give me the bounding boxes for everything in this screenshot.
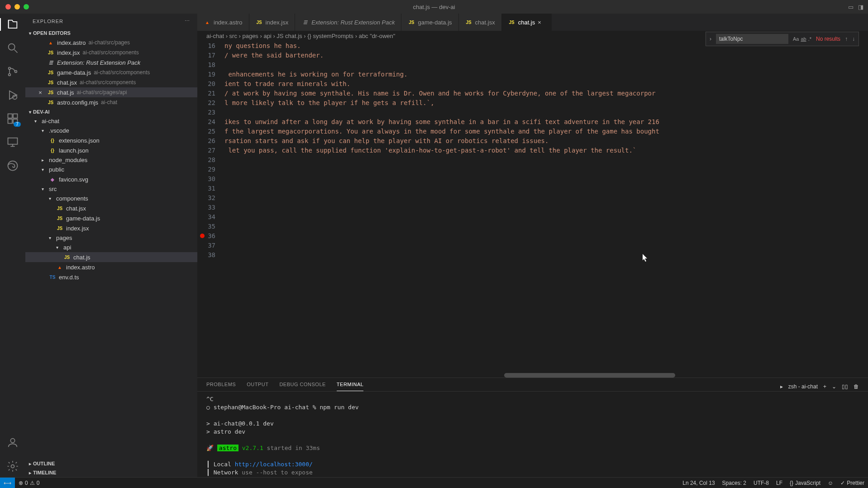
find-prev-icon[interactable]: ↑ bbox=[845, 36, 848, 42]
outline-label: OUTLINE bbox=[33, 461, 55, 466]
close-window-icon[interactable] bbox=[5, 4, 11, 10]
terminal-shell-icon[interactable]: ▸ bbox=[780, 383, 783, 390]
folder-item[interactable]: ▾pages bbox=[25, 233, 197, 243]
code-content[interactable]: ny questions he has./ were the said bart… bbox=[224, 41, 868, 378]
split-terminal-icon[interactable]: ▯▯ bbox=[842, 383, 848, 390]
status-problems[interactable]: ⊗0 ⚠0 bbox=[15, 480, 43, 486]
folder-item[interactable]: ▾api bbox=[25, 243, 197, 252]
regex-icon[interactable]: .* bbox=[808, 36, 811, 42]
js-icon: JS bbox=[47, 99, 54, 106]
extensions-icon[interactable]: 7 bbox=[6, 112, 19, 125]
file-item[interactable]: JSgame-data.js bbox=[25, 213, 197, 223]
astro-icon: ▲ bbox=[56, 263, 63, 271]
open-editors-header[interactable]: ▾ OPEN EDITORS bbox=[25, 29, 197, 38]
minimize-window-icon[interactable] bbox=[14, 4, 20, 10]
panel-layout-icon[interactable]: ▭ bbox=[848, 4, 854, 10]
tab-index-jsx[interactable]: JSindex.jsx bbox=[249, 14, 296, 31]
line-gutter[interactable]: 1617181920212223242526272829303132333435… bbox=[197, 41, 224, 378]
outline-header[interactable]: ▸ OUTLINE bbox=[25, 459, 197, 468]
chevron-down-icon: ▾ bbox=[49, 196, 54, 201]
folder-item[interactable]: ▾.vscode bbox=[25, 126, 197, 135]
terminal-output[interactable]: ^C○ stephan@MacBook-Pro ai-chat % npm ru… bbox=[197, 392, 868, 480]
code-editor[interactable]: 1617181920212223242526272829303132333435… bbox=[197, 41, 868, 378]
explorer-icon[interactable] bbox=[6, 18, 19, 31]
open-editor-item[interactable]: JS astro.config.mjs ai-chat bbox=[25, 97, 197, 107]
open-editor-item[interactable]: JS chat.jsx ai-chat/src/components bbox=[25, 77, 197, 87]
panel-tab-terminal[interactable]: TERMINAL bbox=[337, 382, 364, 391]
close-icon[interactable]: × bbox=[36, 89, 44, 96]
file-item[interactable]: JSindex.jsx bbox=[25, 223, 197, 233]
file-item[interactable]: JSchat.jsx bbox=[25, 203, 197, 213]
js-icon: JS bbox=[56, 215, 63, 222]
find-next-icon[interactable]: ↓ bbox=[852, 36, 855, 42]
sidebar-layout-icon[interactable]: ◨ bbox=[858, 4, 863, 10]
folder-item[interactable]: ▾src bbox=[25, 184, 197, 194]
settings-gear-icon[interactable] bbox=[6, 460, 19, 473]
panel-tab-debug-console[interactable]: DEBUG CONSOLE bbox=[279, 382, 325, 391]
sidebar-more-icon[interactable]: ⋯ bbox=[185, 18, 190, 24]
panel-tab-problems[interactable]: PROBLEMS bbox=[206, 382, 236, 391]
file-item[interactable]: JSchat.js bbox=[25, 252, 197, 262]
status-language[interactable]: {} JavaScript bbox=[786, 480, 824, 486]
terminal-label[interactable]: zsh - ai-chat bbox=[788, 383, 818, 390]
status-prettier[interactable]: ✓ Prettier bbox=[837, 480, 868, 486]
kill-terminal-icon[interactable]: 🗑 bbox=[854, 383, 859, 390]
status-spaces[interactable]: Spaces: 2 bbox=[719, 480, 750, 486]
file-item[interactable]: TSenv.d.ts bbox=[25, 272, 197, 282]
remote-explorer-icon[interactable] bbox=[6, 136, 19, 148]
match-word-icon[interactable]: ab bbox=[801, 36, 806, 42]
source-control-icon[interactable] bbox=[6, 65, 19, 78]
account-icon[interactable] bbox=[6, 436, 19, 449]
status-cursor[interactable]: Ln 24, Col 13 bbox=[679, 480, 718, 486]
remote-indicator[interactable]: ⟷ bbox=[0, 478, 15, 488]
terminal-dropdown-icon[interactable]: ⌄ bbox=[832, 383, 836, 390]
folder-item[interactable]: ▸node_modules bbox=[25, 155, 197, 165]
open-editor-item[interactable]: JS index.jsx ai-chat/src/components bbox=[25, 48, 197, 57]
open-editor-item[interactable]: ▲ index.astro ai-chat/src/pages bbox=[25, 38, 197, 48]
svg-rect-5 bbox=[8, 114, 12, 118]
file-item[interactable]: ▲index.astro bbox=[25, 262, 197, 272]
horizontal-scrollbar[interactable] bbox=[504, 373, 675, 378]
folder-item[interactable]: ▾ai-chat bbox=[25, 116, 197, 126]
close-icon[interactable]: × bbox=[538, 19, 545, 26]
astro-icon: ▲ bbox=[47, 39, 54, 46]
folder-item[interactable]: ▾public bbox=[25, 165, 197, 174]
match-case-icon[interactable]: Aa bbox=[793, 36, 799, 42]
file-item[interactable]: {}extensions.json bbox=[25, 135, 197, 145]
workspace-header[interactable]: ▾ DEV-AI bbox=[25, 107, 197, 116]
folder-name: pages bbox=[56, 234, 72, 241]
breadcrumbs[interactable]: ai-chat › src › pages › api › JS chat.js… bbox=[197, 31, 868, 41]
tab-chat-jsx[interactable]: JSchat.jsx bbox=[459, 14, 502, 31]
file-name: chat.js bbox=[57, 89, 74, 96]
status-feedback-icon[interactable]: ☺ bbox=[824, 480, 837, 486]
status-eol[interactable]: LF bbox=[773, 480, 786, 486]
search-icon[interactable] bbox=[6, 42, 19, 54]
error-icon: ⊗ bbox=[19, 480, 23, 486]
chevron-right-icon[interactable]: › bbox=[710, 36, 711, 42]
file-name: extensions.json bbox=[59, 137, 100, 144]
tab-chat-js[interactable]: JSchat.js× bbox=[502, 14, 552, 31]
find-input[interactable] bbox=[716, 34, 788, 44]
file-name: game-data.js bbox=[57, 69, 91, 76]
folder-name: node_modules bbox=[49, 157, 87, 163]
file-item[interactable]: ◆favicon.svg bbox=[25, 174, 197, 184]
edge-icon[interactable] bbox=[6, 159, 19, 172]
folder-item[interactable]: ▾components bbox=[25, 194, 197, 203]
open-editor-item[interactable]: ☰ Extension: Rust Extension Pack bbox=[25, 57, 197, 67]
maximize-window-icon[interactable] bbox=[24, 4, 29, 10]
run-debug-icon[interactable] bbox=[6, 89, 19, 101]
status-encoding[interactable]: UTF-8 bbox=[750, 480, 773, 486]
open-editor-item[interactable]: × JS chat.js ai-chat/src/pages/api bbox=[25, 87, 197, 97]
file-tree: ▾ai-chat ▾.vscode {}extensions.json {}la… bbox=[25, 116, 197, 282]
layout-controls: ▭ ◨ bbox=[848, 4, 863, 10]
file-item[interactable]: {}launch.json bbox=[25, 145, 197, 155]
tab-game-data[interactable]: JSgame-data.js bbox=[401, 14, 458, 31]
new-terminal-icon[interactable]: + bbox=[823, 383, 826, 390]
panel-tab-output[interactable]: OUTPUT bbox=[247, 382, 268, 391]
tab-index-astro[interactable]: ▲index.astro bbox=[197, 14, 249, 31]
tab-extension[interactable]: ☰Extension: Rust Extension Pack bbox=[295, 14, 401, 31]
timeline-header[interactable]: ▸ TIMELINE bbox=[25, 468, 197, 477]
svg-point-12 bbox=[11, 465, 14, 468]
folder-name: .vscode bbox=[49, 127, 69, 134]
open-editor-item[interactable]: JS game-data.js ai-chat/src/components bbox=[25, 67, 197, 77]
